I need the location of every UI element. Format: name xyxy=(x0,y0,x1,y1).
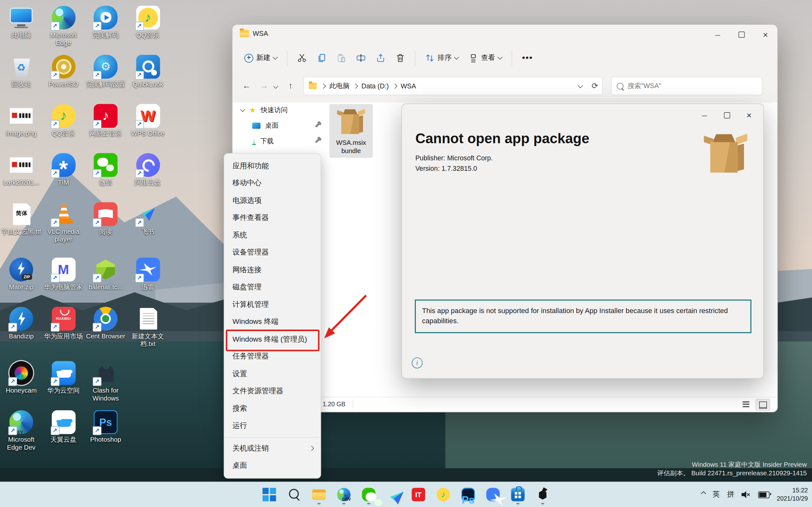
desktop-icon[interactable]: ↗ QuickLook xyxy=(128,54,168,89)
explorer-titlebar[interactable]: WSA ─ ✕ xyxy=(233,25,777,44)
taskbar-app-button[interactable] xyxy=(408,484,429,505)
desktop-icon[interactable]: ↗ 华为电脑管家 xyxy=(43,257,84,291)
sort-button[interactable]: 排序 xyxy=(420,50,463,66)
context-menu-item[interactable]: 桌面 xyxy=(224,457,321,474)
desktop-icon[interactable]: ↗ Honeycam xyxy=(1,360,41,395)
info-icon[interactable]: i xyxy=(412,357,422,368)
desktop-icon[interactable]: ↗ Bandizip xyxy=(1,306,41,341)
desktop-icon[interactable]: ↗ Microsoft Edge Dev xyxy=(1,410,41,452)
context-menu-item[interactable]: 电源选项 xyxy=(224,192,321,210)
taskbar-app-button[interactable] xyxy=(284,484,305,505)
desktop-icon[interactable]: ↗ VLC media player xyxy=(43,202,84,244)
recent-locations-chevron[interactable] xyxy=(273,83,278,89)
breadcrumb-this-pc[interactable]: 此电脑 xyxy=(329,81,350,90)
desktop-icon[interactable]: ↗ Cent Browser xyxy=(85,306,125,341)
desktop-icon[interactable]: ↗ 字由文艺黑.ttf xyxy=(1,202,41,236)
breadcrumb-current[interactable]: WSA xyxy=(401,82,416,90)
desktop-icon[interactable]: ↗ 天翼云盘 xyxy=(43,410,84,444)
desktop-icon[interactable]: ↗ QQ音乐 xyxy=(128,5,168,39)
close-button[interactable]: ✕ xyxy=(754,25,777,44)
breadcrumb-drive[interactable]: Data (D:) xyxy=(362,82,389,90)
desktop-icon[interactable]: ↗ 完美解码设置 xyxy=(85,54,125,89)
context-menu-item[interactable]: 网络连接 xyxy=(224,261,321,279)
desktop-icon[interactable]: ↗ Clash for Windows xyxy=(85,360,125,403)
desktop-icon[interactable]: ↗ QQ音乐 xyxy=(43,104,84,138)
more-button[interactable]: ••• xyxy=(517,49,537,67)
context-menu-item[interactable]: 文件资源管理器 xyxy=(224,383,321,400)
breadcrumb[interactable]: 此电脑 Data (D:) WSA ⟳ xyxy=(304,77,603,95)
share-button[interactable] xyxy=(371,50,390,66)
ime-english-indicator[interactable]: 英 xyxy=(712,490,720,499)
desktop-icon[interactable]: ↗ PowerISO xyxy=(43,54,84,89)
up-button[interactable]: ↑ xyxy=(283,81,298,90)
desktop-icon[interactable]: ↗ 阿里云盘 xyxy=(128,153,168,187)
taskbar-app-button[interactable] xyxy=(259,484,280,505)
refresh-icon[interactable]: ⟳ xyxy=(592,81,598,90)
desktop-icon[interactable]: ↗ 华为应用市场 xyxy=(43,306,84,341)
context-menu-item[interactable]: 关机或注销 xyxy=(224,440,321,457)
desktop-icon[interactable]: ↗ 网易云音乐 xyxy=(85,104,125,138)
context-menu-item[interactable]: 计算机管理 xyxy=(224,296,321,314)
dialog-close-button[interactable]: ✕ xyxy=(738,107,760,124)
context-menu-item[interactable]: 应用和功能 xyxy=(224,157,321,175)
taskbar-app-button[interactable] xyxy=(309,484,329,505)
clock[interactable]: 15:22 2021/10/29 xyxy=(777,486,808,503)
forward-button[interactable]: → xyxy=(256,81,272,90)
desktop-icon[interactable]: ↗ 新建文本文档.txt xyxy=(128,306,168,349)
desktop-icon[interactable]: ↗ WPS Office xyxy=(128,104,168,138)
thumbnail-view-button[interactable] xyxy=(756,399,770,411)
maximize-button[interactable] xyxy=(729,25,753,44)
context-menu-item[interactable]: 事件查看器 xyxy=(224,209,321,227)
taskbar-app-button[interactable] xyxy=(458,484,478,505)
battery-icon[interactable] xyxy=(758,491,769,498)
view-button[interactable]: 查看 xyxy=(464,50,507,66)
context-menu-item[interactable]: 系统 xyxy=(224,227,321,244)
paste-button[interactable] xyxy=(332,50,351,66)
desktop-icon[interactable]: ↗ 阅读 xyxy=(85,202,125,236)
desktop-icon[interactable]: ↗ 回收站 xyxy=(1,54,41,89)
taskbar-app-button[interactable] xyxy=(383,484,404,505)
search-input[interactable]: 搜索"WSA" xyxy=(611,77,763,95)
copy-button[interactable] xyxy=(312,50,331,66)
desktop-icon[interactable]: ↗ Lark20201... xyxy=(1,153,41,187)
taskbar-app-button[interactable] xyxy=(483,484,503,505)
desktop-icon[interactable]: ↗ TIM xyxy=(43,153,84,187)
rename-button[interactable] xyxy=(352,50,370,66)
desktop-icon[interactable]: ↗ 飞书 xyxy=(128,202,168,236)
delete-button[interactable] xyxy=(391,50,410,66)
taskbar-app-button[interactable] xyxy=(507,484,528,505)
new-button[interactable]: + 新建 xyxy=(240,50,282,66)
context-menu-item[interactable]: Windows 终端 xyxy=(224,314,321,331)
desktop-icon[interactable]: ↗ Mate.zip xyxy=(1,257,41,291)
desktop-icon[interactable]: ↗ 完美解码 xyxy=(85,5,125,39)
taskbar-app-button[interactable] xyxy=(433,484,454,505)
desktop-icon[interactable]: ↗ balenaEtc... xyxy=(85,257,125,291)
sidebar-item-downloads[interactable]: ↓ 下载 xyxy=(233,133,326,149)
volume-muted-icon[interactable]: × xyxy=(742,491,751,498)
desktop-icon[interactable]: ↗ Microsoft Edge xyxy=(43,5,84,47)
context-menu-item[interactable]: 设备管理器 xyxy=(224,244,321,262)
cut-button[interactable] xyxy=(293,50,311,66)
sidebar-quick-access[interactable]: ★ 快速访问 xyxy=(233,102,326,118)
dialog-minimize-button[interactable]: ─ xyxy=(693,107,716,124)
desktop-icon[interactable]: ↗ 此电脑 xyxy=(1,5,41,39)
back-button[interactable]: ← xyxy=(239,81,254,90)
taskbar-app-button[interactable] xyxy=(532,484,553,505)
desktop-icon[interactable]: ↗ 微信 xyxy=(85,153,125,187)
taskbar-app-button[interactable] xyxy=(358,484,379,505)
desktop-icon[interactable]: ↗ 华为云空间 xyxy=(43,360,84,395)
desktop-icon[interactable]: ↗ 迅雷 xyxy=(128,257,168,291)
context-menu-item[interactable]: 运行 xyxy=(224,417,321,435)
taskbar-app-button[interactable] xyxy=(334,484,354,505)
sidebar-item-desktop[interactable]: 桌面 xyxy=(233,118,326,133)
desktop-icon[interactable]: ↗ image.png xyxy=(1,104,41,138)
dialog-maximize-button[interactable] xyxy=(716,107,738,124)
address-dropdown-chevron[interactable] xyxy=(578,83,583,88)
desktop-icon[interactable]: ↗ Photoshop xyxy=(85,410,125,444)
tray-chevron-up-icon[interactable] xyxy=(701,491,706,496)
ime-pinyin-indicator[interactable]: 拼 xyxy=(727,490,734,499)
context-menu-item[interactable]: 移动中心 xyxy=(224,175,321,192)
details-view-button[interactable] xyxy=(739,399,752,410)
file-wsa-msixbundle[interactable]: WSA.msix bundle xyxy=(329,104,373,158)
context-menu-item[interactable]: 设置 xyxy=(224,365,321,383)
